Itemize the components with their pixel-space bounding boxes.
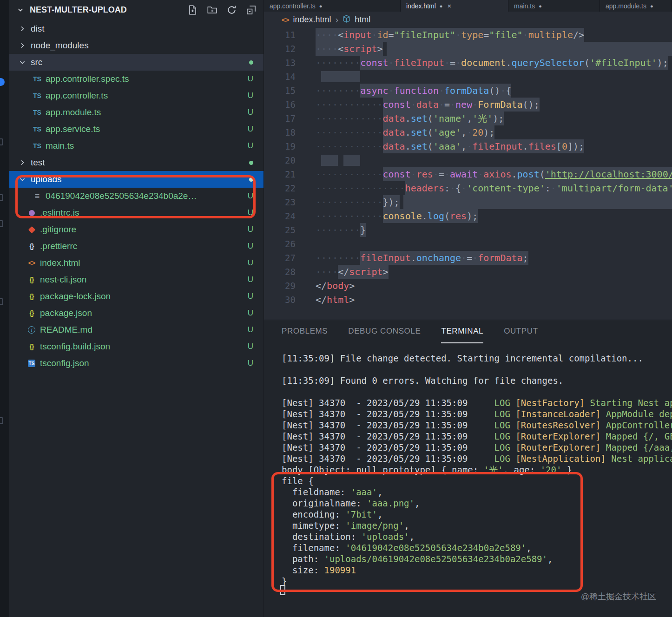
typescript-icon: TS [33,109,41,116]
chevron-down-icon [15,6,26,13]
panel-tab-debug-console[interactable]: DEBUG CONSOLE [348,320,421,343]
close-icon[interactable]: × [447,2,451,10]
code-line: 17············data.set('name','光'); [264,112,672,125]
tree-item-app-service-ts[interactable]: TSapp.service.tsU [9,121,264,138]
tree-item-label: README.md [40,325,92,335]
project-header[interactable]: NEST-MULTER-UPLOAD [9,0,264,20]
line-number: 25 [264,223,296,237]
git-status-badge: U [248,308,253,318]
editor-tabs: app.controller.ts●index.html●×main.ts●ap… [264,0,672,12]
tree-item-label: app.module.ts [46,107,101,118]
tree-item-eslintrc-js[interactable]: .eslintrc.jsU [9,204,264,221]
tree-item-label: package-lock.json [40,291,111,302]
tree-item-label: .prettierrc [40,241,77,251]
line-number: 23 [264,195,296,209]
code-line: 12····<script> [264,42,672,56]
tree-item-test[interactable]: test [9,154,264,171]
panel-tab-terminal[interactable]: TERMINAL [441,320,483,343]
new-file-icon[interactable] [188,5,198,15]
tree-item-package-json[interactable]: {}package.jsonU [9,305,264,322]
git-status-badge: U [248,275,253,284]
line-number: 24 [264,209,296,223]
editor-tab-app-controller-ts[interactable]: app.controller.ts● [264,0,401,12]
tree-item-package-lock-json[interactable]: {}package-lock.jsonU [9,288,264,305]
new-folder-icon[interactable] [207,5,217,15]
tree-item-label: app.service.ts [46,124,100,134]
tree-item-nest-cli-json[interactable]: {}nest-cli.jsonU [9,271,264,288]
editor-tab-label: app.module.ts [606,2,646,10]
editor-tab-app-module-ts[interactable]: app.module.ts● [600,0,672,12]
chevron-right-icon [17,159,28,166]
code-editor[interactable]: 11····<input·id="fileInput"·type="file"·… [264,28,672,320]
panel-tab-problems[interactable]: PROBLEMS [282,320,328,343]
line-number: 11 [264,28,296,42]
typescript-icon: TS [33,75,41,83]
code-line: 20 [264,153,672,167]
git-status-badge: U [248,342,253,351]
tree-item-uploads[interactable]: uploads [9,171,264,188]
line-number: 27 [264,251,296,265]
breadcrumb-symbol[interactable]: html [355,15,370,25]
json-icon: {} [30,293,34,300]
terminal-line: } [282,576,672,587]
collapse-all-icon[interactable] [246,5,256,15]
refresh-icon[interactable] [227,5,237,15]
tree-item-app-controller-spec-ts[interactable]: TSapp.controller.spec.tsU [9,71,264,87]
tree-item-label: package.json [40,308,92,318]
tree-item-tsconfig-json[interactable]: TStsconfig.jsonU [9,355,264,372]
tree-item-index-html[interactable]: <>index.htmlU [9,255,264,271]
tree-item-tsconfig-build-json[interactable]: {}tsconfig.build.jsonU [9,338,264,355]
terminal-output[interactable]: [11:35:09] File change detected. Startin… [282,353,672,617]
json-icon: {} [30,343,34,350]
sidebar-toolbar [188,5,256,15]
tree-item-label: index.html [40,258,80,268]
terminal-line: [Nest] 34370 - 2023/05/29 11:35:09 LOG [… [282,420,672,431]
git-icon [28,226,35,233]
tree-item-app-module-ts[interactable]: TSapp.module.tsU [9,104,264,121]
terminal-line: filename: '04619042e08e52505634e234b0a2e… [282,542,672,553]
line-number: 22 [264,181,296,195]
code-line: 18············data.set('age',·20); [264,125,672,139]
breadcrumb[interactable]: <> index.html › html [264,12,672,28]
file-icon: ≡ [35,191,40,201]
breadcrumb-file[interactable]: index.html [293,15,331,25]
tree-item-node-modules[interactable]: node_modules [9,37,264,54]
bottom-panel: PROBLEMSDEBUG CONSOLETERMINALOUTPUT [11:… [264,320,672,617]
tree-item-label: src [31,57,42,67]
tree-item-main-ts[interactable]: TSmain.tsU [9,138,264,154]
line-number: 29 [264,279,296,293]
line-number: 17 [264,112,296,125]
panel-tab-output[interactable]: OUTPUT [504,320,538,343]
code-line: 26 [264,237,672,251]
activity-icon-fragment [0,138,3,145]
tree-item-prettierrc[interactable]: {}.prettierrcU [9,238,264,255]
activity-bar[interactable] [0,0,9,617]
tree-item-src[interactable]: src [9,54,264,71]
chevron-right-icon [17,42,28,49]
tree-item-app-controller-ts[interactable]: TSapp.controller.tsU [9,87,264,104]
tree-item-gitignore[interactable]: .gitignoreU [9,221,264,238]
editor-tab-index-html[interactable]: index.html●× [401,0,508,12]
html-symbol-icon [343,15,350,25]
html-file-icon: <> [282,16,289,24]
git-status-badge: U [248,91,253,100]
editor-tab-main-ts[interactable]: main.ts● [508,0,600,12]
editor-tab-label: index.html [406,2,436,10]
terminal-line: path: 'uploads/04619042e08e52505634e234b… [282,553,672,564]
tree-item-dist[interactable]: dist [9,20,264,37]
tree-item-readme-md[interactable]: iREADME.mdU [9,322,264,338]
terminal-line: [Nest] 34370 - 2023/05/29 11:35:09 LOG [… [282,431,672,442]
terminal-line: [11:35:09] Found 0 errors. Watching for … [282,375,672,386]
tree-item-label: nest-cli.json [40,275,86,285]
line-number: 28 [264,265,296,279]
code-line: 24············console.log(res); [264,209,672,223]
code-line: 11····<input·id="fileInput"·type="file"·… [264,28,672,42]
terminal-line: originalname: 'aaa.png', [282,498,672,509]
terminal-line: [11:35:09] File change detected. Startin… [282,353,672,364]
git-status-badge: U [248,141,253,151]
git-status-badge: U [248,208,253,217]
modified-dot-icon [249,60,253,65]
code-line: 16············const·data·=·new·FormData(… [264,98,672,112]
tree-item-04619042e08e52505634e234b0a2e589[interactable]: ≡04619042e08e52505634e234b0a2e589U [9,188,264,204]
line-number: 26 [264,237,296,251]
